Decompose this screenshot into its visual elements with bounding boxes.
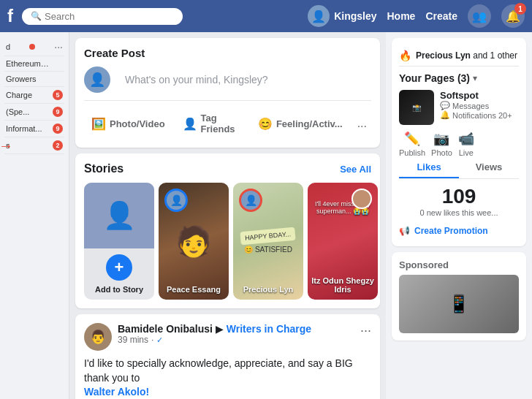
stories-section: Stories See All 👤 + Add to Story (75, 153, 380, 308)
fb-logo: f (7, 6, 13, 26)
left-sidebar: d ··· Ethereum G... Growers Charge 5 (Sp… (0, 32, 69, 399)
main-layout: d ··· Ethereum G... Growers Charge 5 (Sp… (0, 32, 532, 399)
page-thumbnail: 📸 (399, 90, 434, 125)
search-input[interactable] (45, 11, 174, 22)
publish-btn[interactable]: ✏️ Publish (399, 131, 425, 157)
verified-dot: · (151, 335, 153, 345)
your-pages-header[interactable]: Your Pages (3) ▾ (399, 72, 519, 84)
sidebar-badge: 9 (53, 107, 63, 117)
page-messages: 💬 Messages (440, 101, 519, 110)
photo-video-icon: 🖼️ (91, 117, 106, 131)
page-notifications: 🔔 Notifications 20+ (440, 110, 519, 120)
sidebar-item-label: d (6, 42, 10, 51)
story-avatar-lyn: 👤 (239, 189, 262, 212)
story-avatar-shegzy (352, 189, 372, 209)
nav-create-link[interactable]: Create (425, 10, 457, 22)
notifications-icon-btn[interactable]: 🔔 1 (501, 4, 525, 28)
photo-video-btn[interactable]: 🖼️ Photo/Video (84, 113, 172, 135)
post-input[interactable]: What's on your mind, Kingsley? (116, 69, 371, 90)
feeling-icon: 😊 (258, 117, 273, 131)
post-header: 👨 Bamidele Onibalusi ▶ Writers in Charge… (84, 323, 371, 351)
sidebar-item-spe[interactable]: (Spe... 9 (4, 104, 64, 121)
post-author-avatar: 👨 (84, 323, 112, 351)
top-nav: f 🔍 👤 Kingsley Home Create 👥 🔔 1 (0, 0, 532, 32)
verified-icon: ✓ (156, 335, 163, 345)
sidebar-badge: 9 (53, 123, 63, 134)
story-peace-label: Peace Essang (159, 285, 229, 294)
sponsored-placeholder: 📱 (399, 275, 519, 333)
friends-icon-btn[interactable]: 👥 (468, 4, 491, 28)
sidebar-ellipsis-icon[interactable]: ··· (54, 41, 63, 53)
sidebar-item-label: Informat... (6, 124, 42, 133)
create-promo-label: Create Promotion (414, 226, 488, 236)
post-actions: 🖼️ Photo/Video 👤 Tag Friends 😊 Feeling/A… (84, 108, 371, 139)
sidebar-badge: 5 (53, 90, 63, 100)
add-story-image: 👤 (84, 183, 154, 248)
story-lyn-label: Precious Lyn (233, 285, 303, 294)
tag-friends-btn[interactable]: 👤 Tag Friends (175, 108, 248, 139)
feeling-label: Feeling/Activ... (276, 118, 343, 129)
see-all-btn[interactable]: See All (340, 164, 371, 175)
page-item-softspot: 📸 Softspot 💬 Messages 🔔 Notifications 20… (399, 90, 519, 125)
post-content: I'd like to specially acknowledge, appre… (84, 357, 371, 399)
views-tab[interactable]: Views (459, 157, 519, 178)
page-info: Softspot 💬 Messages 🔔 Notifications 20+ (440, 90, 519, 120)
sponsored-image[interactable]: 📱 (399, 275, 519, 333)
satisfied-badge: 😊 SATISFIED (244, 246, 292, 254)
create-post-title: Create Post (84, 47, 371, 59)
search-icon: 🔍 (31, 11, 42, 21)
add-to-story-card[interactable]: 👤 + Add to Story (84, 183, 154, 300)
sidebar-item-d[interactable]: d ··· (4, 38, 64, 56)
sidebar-item-label: (Spe... (6, 107, 29, 116)
story-precious-lyn[interactable]: HAPPY BDAY... 😊 SATISFIED 👤 Precious Lyn (233, 183, 303, 300)
live-btn[interactable]: 📹 Live (458, 131, 474, 157)
stories-row: 👤 + Add to Story 🧑 👤 Peace Essang (84, 183, 371, 300)
message-icon: 💬 (440, 101, 450, 110)
post-group-name[interactable]: Writers in Charge (227, 323, 311, 335)
story-avatar-peace: 👤 (164, 189, 188, 212)
photo-video-label: Photo/Video (110, 118, 165, 129)
story-shegzy-label: Itz Odun Shegzy Idris (308, 276, 378, 294)
sidebar-item-ethereum[interactable]: Ethereum G... (4, 56, 64, 72)
right-sidebar: 🔥 Precious Lyn and 1 other Your Pages (3… (386, 32, 532, 399)
create-post-card: Create Post 👤 What's on your mind, Kings… (75, 38, 380, 148)
page-name[interactable]: Softspot (440, 90, 519, 101)
sidebar-item-growers[interactable]: Growers (4, 72, 64, 87)
tag-friends-label: Tag Friends (201, 113, 240, 134)
sidebar-item-informat[interactable]: Informat... 9 (4, 121, 64, 137)
search-bar[interactable]: 🔍 (22, 8, 183, 25)
notification-user[interactable]: Precious Lyn (416, 50, 471, 61)
post-card: 👨 Bamidele Onibalusi ▶ Writers in Charge… (75, 314, 380, 399)
create-promotion-btn[interactable]: 📢 Create Promotion (399, 223, 519, 239)
lyn-note: HAPPY BDAY... (240, 227, 296, 244)
sponsored-title: Sponsored (399, 259, 519, 270)
live-icon: 📹 (458, 131, 474, 147)
likes-tab[interactable]: Likes (399, 157, 459, 178)
nav-right: 👤 Kingsley Home Create 👥 🔔 1 (308, 4, 525, 28)
post-more-btn[interactable]: ··· (360, 323, 371, 338)
create-post-input-row: 👤 What's on your mind, Kingsley? (84, 66, 371, 101)
photo-btn[interactable]: 📷 Photo (431, 131, 452, 157)
add-story-label: Add to Story (95, 285, 143, 294)
feeling-btn[interactable]: 😊 Feeling/Activ... (251, 113, 350, 135)
notification-bar: 🔥 Precious Lyn and 1 other (399, 45, 519, 66)
story-peace-essang[interactable]: 🧑 👤 Peace Essang (159, 183, 229, 300)
post-mention[interactable]: Walter Akolo! (84, 386, 149, 398)
fire-icon: 🔥 (399, 50, 411, 61)
sidebar-item-s[interactable]: → s 2 (4, 137, 64, 154)
likes-views-tabs: Likes Views (399, 157, 519, 179)
more-options-btn[interactable]: ... (353, 113, 371, 134)
sidebar-item-charge[interactable]: Charge 5 (4, 87, 64, 104)
sidebar-item-label: Charge (6, 91, 32, 99)
likes-sub: 0 new likes this wee... (399, 208, 519, 217)
add-story-bg: 👤 + Add to Story (84, 183, 154, 300)
sponsored-card: Sponsored 📱 (392, 252, 526, 341)
sidebar-item-label: Ethereum G... (6, 59, 50, 68)
avatar: 👤 (308, 5, 330, 27)
nav-home-link[interactable]: Home (387, 10, 416, 22)
nav-user[interactable]: 👤 Kingsley (308, 5, 376, 27)
post-user-info: Bamidele Onibalusi ▶ Writers in Charge 3… (118, 323, 354, 345)
post-author-name: Bamidele Onibalusi ▶ Writers in Charge (118, 323, 354, 335)
story-shegzy-idris[interactable]: I'll 4ever miss u my superman... 😭😭 Itz … (308, 183, 378, 300)
stories-title: Stories (84, 162, 123, 175)
